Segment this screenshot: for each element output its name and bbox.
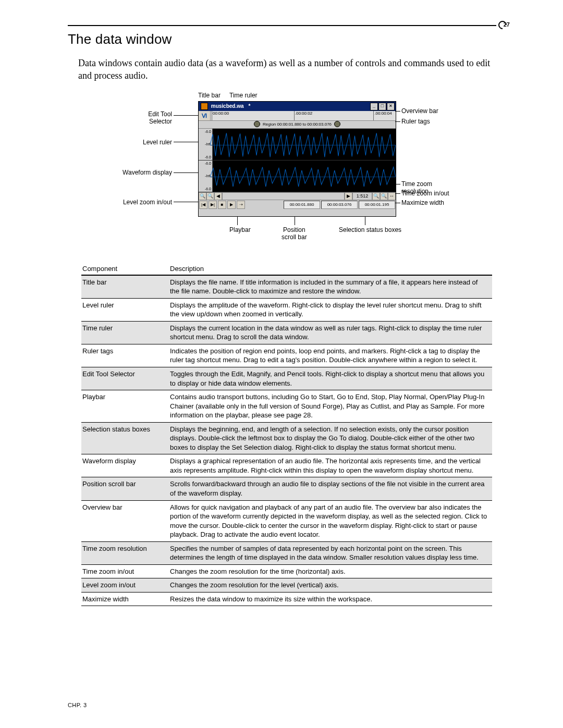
callout-maximize-width: Maximize width (401, 199, 444, 206)
time-tick: .00:00:04 (373, 111, 391, 120)
time-tick: 00:00:00 (212, 111, 229, 120)
component-description: Displays the beginning, end, and length … (169, 422, 492, 454)
component-name: Level ruler (81, 298, 169, 321)
callout-selection-status-boxes: Selection status boxes (339, 226, 401, 233)
play-plugin-button[interactable]: ⇢ (237, 201, 245, 209)
component-name: Selection status boxes (81, 422, 169, 454)
time-tick: .00:00:02 (294, 111, 312, 120)
annotated-diagram: musicbed.wa * _ □ × Ⅵ 00:00:00 .00:00:02… (120, 92, 454, 248)
ruler-tags-band[interactable]: Region 00:00:01.880 to 00:00:03.076 (199, 121, 396, 129)
table-row: Edit Tool SelectorToggles through the Ed… (81, 367, 492, 390)
position-scroll-bar[interactable] (222, 192, 345, 200)
component-description: Displays the file name. If title informa… (169, 275, 492, 299)
component-name: Position scroll bar (81, 477, 169, 500)
zoom-bar: 🔍 🔍 ◀ ▶ 1:512 🔍 🔍 ↔ (199, 192, 396, 200)
table-row: Overview barAllows for quick navigation … (81, 500, 492, 541)
go-to-start-button[interactable]: |◀ (199, 201, 207, 209)
page-title: The data window (68, 31, 506, 47)
table-row: Position scroll barScrolls forward/backw… (81, 477, 492, 500)
status-row: |◀ ▶| ■ ▶ ⇢ 00:00:01.880 00:00:03.076 00… (199, 200, 396, 209)
time-zoom-resolution[interactable]: 1:512 (352, 192, 372, 200)
table-row: Time zoom resolutionSpecifies the number… (81, 541, 492, 564)
component-name: Title bar (81, 275, 169, 299)
data-window: musicbed.wa * _ □ × Ⅵ 00:00:00 .00:00:02… (198, 101, 396, 217)
table-row: Waveform displayDisplays a graphical rep… (81, 454, 492, 477)
scroll-right-button[interactable]: ▶ (345, 192, 352, 200)
callout-position-scroll-bar: Position scroll bar (282, 226, 307, 241)
level-zoom-out-button[interactable]: 🔍 (206, 192, 214, 200)
scroll-left-button[interactable]: ◀ (214, 192, 222, 200)
time-ruler[interactable]: 00:00:00 .00:00:02 .00:00:04 (211, 111, 396, 120)
component-description: Indicates the position of region end poi… (169, 344, 492, 367)
component-description: Specifies the number of samples of data … (169, 541, 492, 564)
maximize-button[interactable]: □ (378, 103, 386, 110)
header-rule: 27 (68, 25, 506, 26)
component-name: Level zoom in/out (81, 578, 169, 593)
page-number: 27 (496, 21, 510, 29)
component-description: Displays a graphical representation of a… (169, 454, 492, 477)
level-zoom-in-button[interactable]: 🔍 (199, 192, 206, 200)
callout-level-ruler: Level ruler (143, 139, 172, 146)
component-name: Time zoom in/out (81, 564, 169, 578)
component-description: Contains audio transport buttons, includ… (169, 390, 492, 423)
callout-overview-bar: Overview bar (401, 107, 438, 115)
close-button[interactable]: × (387, 103, 395, 110)
component-description: Resizes the data window to maximize its … (169, 592, 492, 606)
callout-ruler-tags: Ruler tags (401, 118, 430, 125)
footer-left: CHP. 3 (68, 702, 87, 708)
table-header-description: Description (169, 264, 492, 275)
maximize-width-button[interactable]: ↔ (388, 192, 396, 200)
callout-edit-tool-selector: Edit Tool Selector (148, 110, 172, 125)
stop-button[interactable]: ■ (218, 201, 226, 209)
time-zoom-out-button[interactable]: 🔍 (380, 192, 388, 200)
component-table: Component Description Title barDisplays … (81, 264, 492, 607)
table-row: Level rulerDisplays the amplitude of the… (81, 298, 492, 321)
table-row: Ruler tagsIndicates the position of regi… (81, 344, 492, 367)
waveform-channel (210, 161, 396, 193)
edit-tool-selector[interactable]: Ⅵ (199, 111, 211, 120)
component-description: Displays the amplitude of the waveform. … (169, 298, 492, 321)
go-to-end-button[interactable]: ▶| (209, 201, 217, 209)
table-row: Selection status boxesDisplays the begin… (81, 422, 492, 454)
page-footer: CHP. 3 (68, 702, 506, 708)
component-description: Changes the zoom resolution for the time… (169, 564, 492, 578)
component-name: Time ruler (81, 321, 169, 344)
component-name: Time zoom resolution (81, 541, 169, 564)
waveform-display[interactable]: -6.0 -Inf. -6.0 -6.0 -Inf. -6.0 (199, 129, 396, 192)
table-row: Time rulerDisplays the current location … (81, 321, 492, 344)
intro-paragraph: Data windows contain audio data (as a wa… (78, 57, 506, 82)
play-button[interactable]: ▶ (227, 201, 236, 209)
component-name: Maximize width (81, 592, 169, 606)
component-description: Toggles through the Edit, Magnify, and P… (169, 367, 492, 390)
ruler-tag-text: Region 00:00:01.880 to 00:00:03.076 (263, 122, 332, 127)
selection-status-box[interactable]: 00:00:01.195 (359, 201, 395, 209)
table-row: Maximize widthResizes the data window to… (81, 592, 492, 606)
table-row: Level zoom in/outChanges the zoom resolu… (81, 578, 492, 593)
component-name: Ruler tags (81, 344, 169, 367)
minimize-button[interactable]: _ (370, 103, 378, 110)
table-row: Time zoom in/outChanges the zoom resolut… (81, 564, 492, 578)
table-header-component: Component (81, 264, 169, 275)
callout-time-ruler: Time ruler (229, 92, 258, 99)
selection-status-box[interactable]: 00:00:01.880 (284, 201, 320, 209)
callout-level-zoom: Level zoom in/out (123, 199, 172, 206)
component-description: Allows for quick navigation and playback… (169, 500, 492, 541)
table-row: PlaybarContains audio transport buttons,… (81, 390, 492, 423)
selection-status-box[interactable]: 00:00:03.076 (321, 201, 358, 209)
callout-playbar: Playbar (229, 226, 251, 233)
component-description: Scrolls forward/backward through an audi… (169, 477, 492, 500)
component-name: Playbar (81, 390, 169, 423)
callout-title-bar: Title bar (198, 92, 221, 99)
component-name: Edit Tool Selector (81, 367, 169, 390)
component-name: Waveform display (81, 454, 169, 477)
dirty-indicator: * (248, 102, 250, 111)
component-description: Changes the zoom resolution for the leve… (169, 578, 492, 593)
table-row: Title barDisplays the file name. If titl… (81, 275, 492, 299)
app-icon (201, 103, 208, 110)
ruler-tag-marker[interactable] (254, 121, 260, 127)
component-description: Displays the current location in the dat… (169, 321, 492, 344)
time-zoom-in-button[interactable]: 🔍 (372, 192, 380, 200)
ruler-tag-marker[interactable] (334, 121, 340, 127)
callout-time-zoom-inout: Time zoom in/out (401, 190, 449, 197)
window-title-bar[interactable]: musicbed.wa * _ □ × (199, 102, 396, 111)
